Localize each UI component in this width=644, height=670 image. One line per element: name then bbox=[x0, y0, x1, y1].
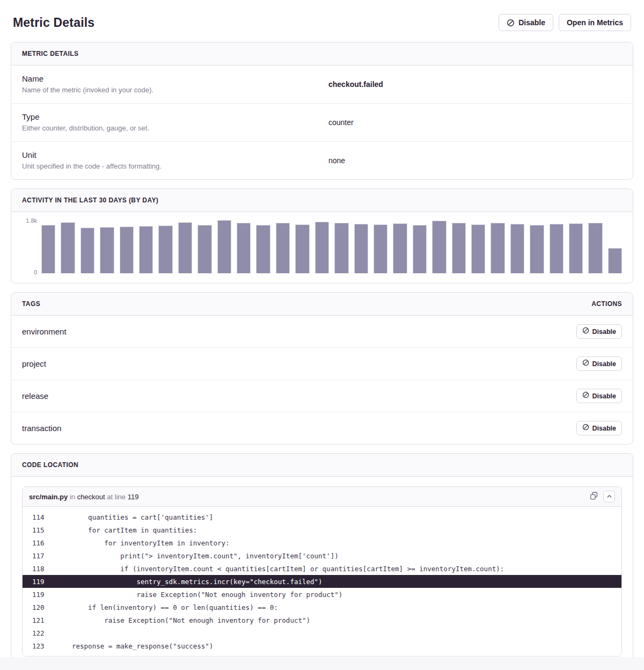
code-snippet-tools bbox=[589, 491, 615, 502]
activity-bar bbox=[413, 225, 427, 273]
activity-bar-chart: 1.8k 0 bbox=[11, 212, 633, 283]
code-line-text: raise Exception("Not enough inventory fo… bbox=[72, 591, 342, 599]
code-line-number: 118 bbox=[23, 565, 72, 573]
tag-row: projectDisable bbox=[11, 347, 633, 380]
code-function-name: checkout bbox=[77, 493, 105, 501]
code-line-number: 119 bbox=[23, 578, 72, 586]
tag-row: environmentDisable bbox=[11, 316, 633, 347]
activity-bar bbox=[374, 224, 387, 273]
disable-tag-button-label: Disable bbox=[592, 424, 616, 433]
activity-bar bbox=[510, 224, 524, 273]
activity-bar bbox=[139, 226, 153, 273]
code-line-text: if (inventoryItem.count < quantities[car… bbox=[72, 565, 504, 573]
activity-bar bbox=[41, 225, 55, 273]
code-snippet-header: src/main.py in checkout at line 119 bbox=[23, 487, 621, 507]
activity-panel: ACTIVITY IN THE LAST 30 DAYS (BY DAY) 1.… bbox=[11, 188, 633, 283]
disable-metric-button[interactable]: Disable bbox=[499, 14, 553, 31]
metric-detail-label: Type bbox=[22, 112, 328, 122]
metric-details-panel-title: METRIC DETAILS bbox=[22, 50, 78, 57]
activity-bar bbox=[569, 223, 583, 273]
tags-panel-header: TAGS ACTIONS bbox=[11, 293, 633, 316]
disable-tag-button[interactable]: Disable bbox=[576, 389, 622, 403]
tags-rows: environmentDisableprojectDisablereleaseD… bbox=[11, 316, 633, 444]
code-line-number: 120 bbox=[23, 603, 72, 611]
metric-detail-label: Unit bbox=[22, 150, 328, 160]
y-axis-max-label: 1.8k bbox=[26, 217, 37, 224]
metric-details-rows: NameName of the metric (invoked in your … bbox=[11, 65, 633, 179]
activity-bar bbox=[393, 223, 407, 273]
activity-bar bbox=[432, 221, 446, 273]
disable-tag-button-label: Disable bbox=[592, 360, 616, 368]
disable-icon bbox=[582, 424, 589, 433]
code-line-text: raise Exception("Not enough inventory fo… bbox=[72, 616, 310, 624]
code-file-path: src/main.py bbox=[29, 493, 68, 501]
page-bottom-strip bbox=[0, 657, 644, 670]
code-line: 122 bbox=[23, 627, 621, 639]
code-location-content: src/main.py in checkout at line 119 bbox=[11, 477, 633, 666]
activity-bar bbox=[80, 228, 94, 273]
disable-tag-button-label: Disable bbox=[592, 392, 616, 400]
activity-bar bbox=[452, 223, 466, 273]
copy-code-button[interactable] bbox=[589, 491, 599, 502]
tag-row: transactionDisable bbox=[11, 412, 633, 444]
activity-bar bbox=[295, 224, 309, 273]
metric-detail-description: Name of the metric (invoked in your code… bbox=[22, 86, 328, 94]
tags-panel: TAGS ACTIONS environmentDisableprojectDi… bbox=[11, 292, 633, 445]
at-line-words: at line bbox=[107, 493, 126, 501]
activity-bar bbox=[276, 223, 290, 273]
code-location-panel-title: CODE LOCATION bbox=[22, 461, 78, 469]
disable-metric-button-label: Disable bbox=[518, 18, 545, 27]
metric-details-panel: METRIC DETAILS NameName of the metric (i… bbox=[11, 42, 633, 180]
metric-detail-value: none bbox=[328, 156, 622, 165]
metric-detail-description: Unit specified in the code - affects for… bbox=[22, 162, 328, 171]
code-snippet-frame: src/main.py in checkout at line 119 bbox=[22, 486, 622, 657]
code-line-text: sentry_sdk.metrics.incr(key="checkout.fa… bbox=[72, 578, 323, 586]
disable-tag-button[interactable]: Disable bbox=[576, 324, 622, 339]
open-in-metrics-button-label: Open in Metrics bbox=[567, 18, 623, 27]
code-line-number: 115 bbox=[23, 526, 72, 534]
code-line-text: quantities = cart['quantities'] bbox=[72, 513, 213, 521]
disable-tag-button[interactable]: Disable bbox=[576, 356, 622, 371]
activity-bar bbox=[550, 224, 564, 273]
page: Metric Details Disable Open in Metrics M… bbox=[0, 0, 644, 657]
tag-name: environment bbox=[22, 327, 67, 336]
metric-detail-left: NameName of the metric (invoked in your … bbox=[22, 74, 328, 94]
code-line: 118 if (inventoryItem.count < quantities… bbox=[23, 562, 621, 575]
page-title: Metric Details bbox=[13, 16, 94, 30]
code-line-number: 123 bbox=[23, 642, 72, 650]
code-line-number: 122 bbox=[23, 629, 72, 637]
activity-bar bbox=[491, 223, 504, 273]
code-line-highlighted: 119 sentry_sdk.metrics.incr(key="checkou… bbox=[23, 575, 621, 588]
chart-bars bbox=[41, 217, 622, 273]
activity-panel-title: ACTIVITY IN THE LAST 30 DAYS (BY DAY) bbox=[22, 196, 158, 204]
activity-bar bbox=[334, 223, 348, 273]
header-actions: Disable Open in Metrics bbox=[499, 14, 631, 31]
collapse-code-button[interactable] bbox=[603, 491, 615, 502]
activity-bar bbox=[100, 227, 114, 273]
activity-panel-header: ACTIVITY IN THE LAST 30 DAYS (BY DAY) bbox=[11, 189, 633, 212]
copy-icon bbox=[590, 492, 598, 501]
disable-tag-button[interactable]: Disable bbox=[576, 421, 622, 435]
activity-bar bbox=[256, 225, 270, 273]
chevron-up-icon bbox=[606, 493, 612, 501]
code-line-text: for inventoryItem in inventory: bbox=[72, 539, 230, 547]
tag-name: transaction bbox=[22, 424, 61, 433]
metric-detail-row: NameName of the metric (invoked in your … bbox=[11, 65, 633, 103]
activity-bar bbox=[471, 224, 485, 273]
activity-bar bbox=[120, 227, 134, 273]
metric-detail-row: UnitUnit specified in the code - affects… bbox=[11, 141, 633, 179]
metric-detail-description: Either counter, distribution, gauge, or … bbox=[22, 124, 328, 133]
disable-icon bbox=[582, 359, 589, 368]
metric-detail-left: UnitUnit specified in the code - affects… bbox=[22, 150, 328, 171]
code-line-text: print("> inventoryItem.count", inventory… bbox=[72, 552, 339, 560]
code-line-number: 117 bbox=[23, 552, 72, 560]
code-line-number: 119 bbox=[23, 591, 72, 599]
activity-bar bbox=[315, 222, 329, 273]
code-location-panel-header: CODE LOCATION bbox=[11, 454, 633, 477]
open-in-metrics-button[interactable]: Open in Metrics bbox=[559, 14, 631, 31]
code-line: 121 raise Exception("Not enough inventor… bbox=[23, 614, 621, 627]
code-line-number: 121 bbox=[23, 616, 72, 624]
code-line-ref: 119 bbox=[128, 493, 139, 501]
activity-bar bbox=[158, 225, 172, 273]
activity-bar bbox=[237, 223, 251, 273]
